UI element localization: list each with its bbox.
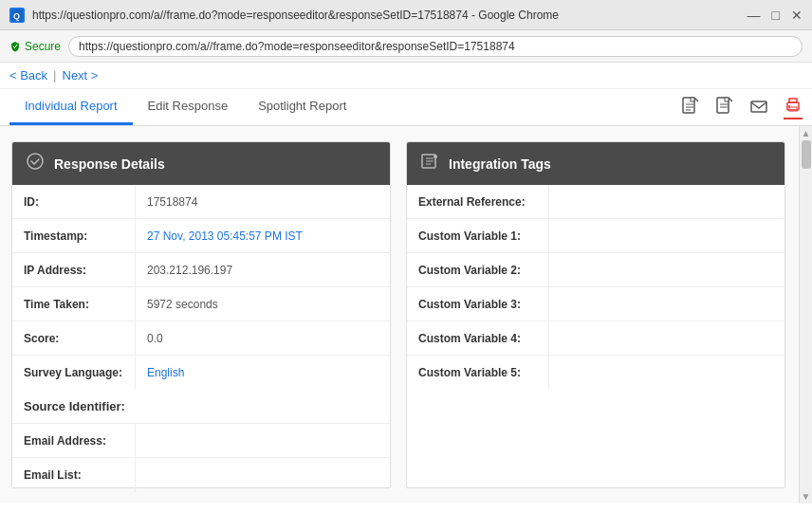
detail-value: 203.212.196.197 [136, 253, 390, 286]
integration-row: Custom Variable 2: [407, 253, 784, 287]
response-details-title: Response Details [54, 156, 165, 172]
integration-value [549, 321, 784, 355]
detail-label: ID: [12, 185, 136, 218]
source-row: Email Address: [12, 424, 390, 458]
browser-favicon: Q [9, 8, 25, 23]
detail-row: Survey Language:English [12, 356, 390, 390]
detail-row: Score:0.0 [12, 321, 390, 356]
detail-row: ID:17518874 [12, 185, 390, 219]
export-icon[interactable] [715, 97, 734, 119]
integration-tags-title: Integration Tags [449, 156, 551, 172]
detail-value: 27 Nov, 2013 05:45:57 PM IST [136, 219, 390, 252]
integration-fields: External Reference:Custom Variable 1:Cus… [407, 185, 784, 390]
source-value [136, 424, 390, 457]
detail-row: Timestamp:27 Nov, 2013 05:45:57 PM IST [12, 219, 390, 253]
nav-separator: | [53, 68, 56, 82]
integration-label: External Reference: [407, 185, 549, 218]
svg-rect-13 [789, 99, 797, 102]
print-icon[interactable] [784, 96, 803, 119]
browser-title: https://questionpro.com/a//frame.do?mode… [32, 9, 559, 22]
integration-row: Custom Variable 5: [407, 356, 784, 390]
browser-window-controls: — □ ✕ [747, 8, 803, 23]
tab-spotlight-report[interactable]: Spotlight Report [243, 89, 361, 125]
svg-point-21 [434, 155, 437, 158]
integration-value [549, 185, 784, 218]
secure-label: Secure [25, 40, 61, 53]
check-circle-icon [26, 152, 45, 175]
address-url[interactable]: https://questionpro.com/a//frame.do?mode… [68, 36, 803, 57]
detail-label: IP Address: [12, 253, 136, 286]
integration-tags-panel: Integration Tags External Reference:Cust… [406, 141, 785, 488]
svg-text:Q: Q [13, 11, 20, 21]
browser-titlebar: Q https://questionpro.com/a//frame.do?mo… [0, 0, 812, 30]
integration-label: Custom Variable 1: [407, 219, 549, 252]
tabs-list: Individual Report Edit Response Spotligh… [9, 89, 361, 125]
source-row: Email List: [12, 458, 390, 492]
detail-value: 5972 seconds [136, 287, 390, 321]
integration-value [549, 219, 784, 252]
detail-row: Time Taken:5972 seconds [12, 287, 390, 321]
svg-rect-11 [751, 101, 766, 112]
back-link[interactable]: < Back [9, 68, 47, 82]
integration-label: Custom Variable 3: [407, 287, 549, 321]
svg-rect-8 [725, 98, 729, 101]
integration-tags-header: Integration Tags [407, 142, 784, 185]
detail-label: Score: [12, 321, 136, 355]
scrollbar[interactable]: ▲ ▼ [799, 126, 812, 504]
secure-badge: Secure [9, 40, 61, 53]
source-fields: Email Address:Email List: [12, 424, 390, 492]
tag-icon [420, 152, 439, 175]
toolbar-icons [681, 96, 803, 119]
integration-row: Custom Variable 3: [407, 287, 784, 321]
detail-label: Timestamp: [12, 219, 136, 252]
detail-label: Survey Language: [12, 356, 136, 390]
nav-bar: < Back | Next > [0, 63, 812, 89]
next-link[interactable]: Next > [63, 68, 99, 82]
source-identifier-header: Source Identifier: [12, 390, 390, 424]
scrollbar-thumb[interactable] [802, 140, 811, 169]
source-label: Email Address: [12, 424, 136, 457]
tabs-bar: Individual Report Edit Response Spotligh… [0, 89, 812, 126]
detail-value: 17518874 [136, 185, 390, 218]
detail-value: 0.0 [136, 321, 390, 355]
integration-label: Custom Variable 4: [407, 321, 549, 355]
browser-addressbar: Secure https://questionpro.com/a//frame.… [0, 30, 812, 63]
svg-point-16 [28, 154, 43, 169]
pdf-icon[interactable] [681, 97, 700, 119]
integration-label: Custom Variable 5: [407, 356, 549, 390]
tab-edit-response[interactable]: Edit Response [133, 89, 244, 125]
integration-value [549, 253, 784, 286]
response-details-header: Response Details [12, 142, 390, 185]
maximize-button[interactable]: □ [772, 8, 780, 23]
svg-point-15 [788, 105, 790, 107]
tab-individual-report[interactable]: Individual Report [9, 89, 133, 125]
detail-row: IP Address:203.212.196.197 [12, 253, 390, 287]
source-value [136, 458, 390, 492]
response-fields: ID:17518874Timestamp:27 Nov, 2013 05:45:… [12, 185, 390, 390]
integration-label: Custom Variable 2: [407, 253, 549, 286]
integration-row: External Reference: [407, 185, 784, 219]
integration-value [549, 356, 784, 390]
source-label: Email List: [12, 458, 136, 492]
main-content: Response Details ID:17518874Timestamp:27… [0, 126, 799, 504]
email-icon[interactable] [749, 97, 768, 119]
detail-value: English [136, 356, 390, 390]
response-details-panel: Response Details ID:17518874Timestamp:27… [11, 141, 391, 488]
integration-row: Custom Variable 4: [407, 321, 784, 356]
integration-row: Custom Variable 1: [407, 219, 784, 253]
minimize-button[interactable]: — [747, 8, 761, 23]
svg-rect-3 [691, 98, 694, 101]
close-button[interactable]: ✕ [791, 8, 803, 23]
integration-value [549, 287, 784, 321]
detail-label: Time Taken: [12, 287, 136, 321]
